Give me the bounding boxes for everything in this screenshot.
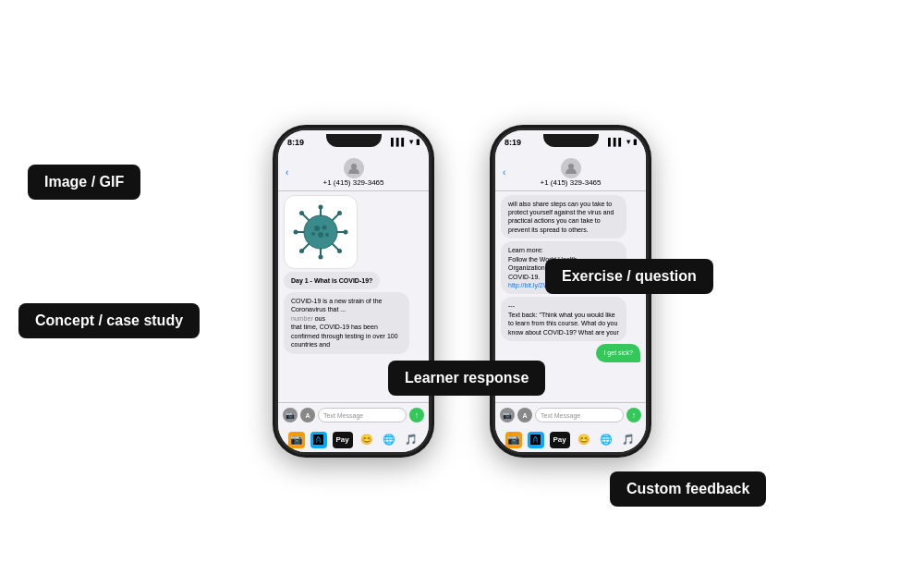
svg-line-10 [303,214,309,220]
msg-bubble-protect: will also share steps can you take to pr… [501,195,626,239]
msg-bubble-desc: COVID-19 is a new strain of the Coronavi… [284,292,409,354]
svg-point-18 [314,226,320,231]
dock-icon-emoji1-2[interactable]: 😊 [576,432,592,448]
dock-icon-music-2[interactable]: 🎵 [620,432,637,448]
svg-point-5 [319,254,323,259]
status-icons-2: ▌▌▌ ▾ ▮ [608,138,637,146]
notch-1 [326,134,382,147]
msg-header-2: ‹ +1 (415) 329-3465 [495,154,646,191]
svg-point-7 [294,229,298,234]
tag-concept: Concept / case study [18,303,200,338]
tag-feedback: Custom feedback [610,471,766,507]
dock-icon-music[interactable]: 🎵 [403,432,419,448]
status-icons-1: ▌▌▌ ▾ ▮ [391,138,419,146]
svg-point-13 [337,249,342,253]
dock-icon-photos[interactable]: 📷 [288,432,305,448]
msg-bubble-response: I get sick? [596,344,640,361]
wifi-icon-2: ▾ [626,138,630,146]
svg-point-17 [299,249,304,253]
wifi-icon: ▾ [409,138,413,146]
phone-number-2: +1 (415) 329-3465 [540,178,601,187]
tag-learner: Learner response [388,361,545,396]
dock-icon-emoji1[interactable]: 😊 [359,432,375,448]
tag-image-gif: Image / GIF [28,165,140,200]
main-scene: 8:19 ▌▌▌ ▾ ▮ ‹ +1 (415) 329-3465 [0,0,924,563]
phone-number-1: +1 (415) 329-3465 [322,178,383,187]
phone-1: 8:19 ▌▌▌ ▾ ▮ ‹ +1 (415) 329-3465 [273,125,434,458]
svg-point-15 [337,211,342,215]
dock-icon-pay[interactable]: Pay [333,432,353,448]
dock-icon-appstore[interactable]: 🅰 [310,432,327,448]
send-button-1[interactable]: ↑ [409,408,424,422]
app-icon-2[interactable]: A [517,408,532,422]
battery-icon-2: ▮ [633,138,637,146]
dock-icon-pay-2[interactable]: Pay [550,432,570,448]
svg-point-21 [311,232,315,236]
status-time-2: 8:19 [505,138,521,147]
camera-icon-1[interactable]: 📷 [283,408,298,422]
avatar-1 [344,158,364,178]
svg-line-16 [303,244,309,250]
back-button-1[interactable]: ‹ [286,167,288,177]
svg-line-14 [333,214,338,220]
dock-icon-photos-2[interactable]: 📷 [505,432,522,448]
dock-icon-globe[interactable]: 🌐 [381,432,397,448]
camera-icon-2[interactable]: 📷 [500,408,515,422]
msg-bubble-exercise: --- Text back: "Think what you would lik… [501,297,626,341]
notch-2 [543,134,599,147]
avatar-2 [561,158,581,178]
svg-point-19 [322,225,327,229]
app-dock-2: 📷 🅰 Pay 😊 🌐 🎵 [495,428,646,452]
app-dock-1: 📷 🅰 Pay 😊 🌐 🎵 [278,428,429,452]
dock-icon-appstore-2[interactable]: 🅰 [528,432,544,448]
screen-1: 8:19 ▌▌▌ ▾ ▮ ‹ +1 (415) 329-3465 [278,130,429,452]
tag-exercise: Exercise / question [545,259,713,294]
text-input-1[interactable]: Text Message [318,408,407,422]
battery-icon: ▮ [416,138,419,146]
msg-header-1: ‹ +1 (415) 329-3465 [278,154,429,191]
input-bar-2: 📷 A Text Message ↑ [495,402,646,428]
input-bar-1: 📷 A Text Message ↑ [278,402,429,428]
dock-icon-globe-2[interactable]: 🌐 [598,432,614,448]
status-time-1: 8:19 [287,138,304,147]
text-input-2[interactable]: Text Message [535,408,624,422]
svg-point-3 [319,204,323,209]
app-icon-1[interactable]: A [300,408,315,422]
svg-line-12 [333,244,338,250]
svg-point-9 [344,229,348,234]
back-button-2[interactable]: ‹ [503,167,505,177]
svg-point-22 [325,233,329,237]
signal-icon-2: ▌▌▌ [608,138,624,146]
image-bubble-1 [284,195,358,269]
send-button-2[interactable]: ↑ [626,408,641,422]
svg-point-20 [318,232,323,238]
msg-bubble-day1: Day 1 - What is COVID-19? [284,272,380,289]
signal-icon: ▌▌▌ [391,138,407,146]
svg-point-11 [299,211,304,215]
